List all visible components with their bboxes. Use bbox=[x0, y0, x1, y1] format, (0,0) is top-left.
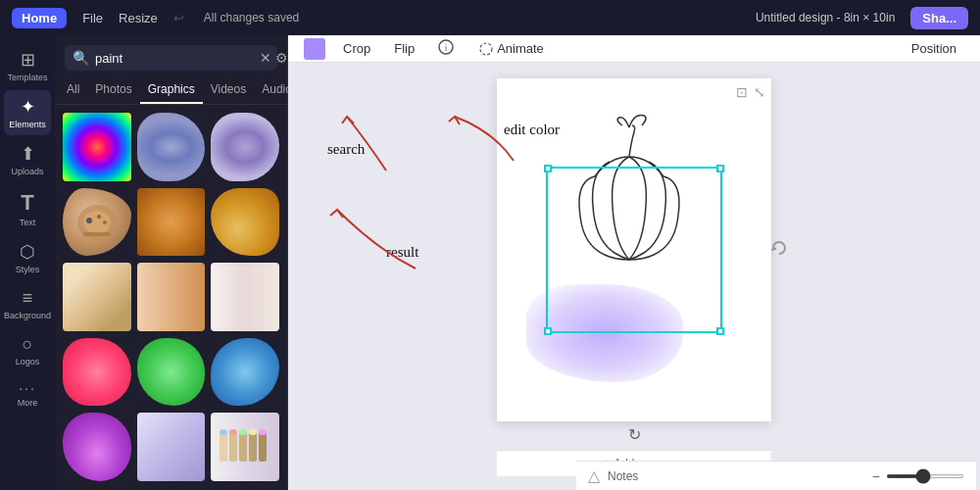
svg-rect-8 bbox=[239, 432, 247, 462]
list-item[interactable] bbox=[63, 188, 131, 257]
text-icon: T bbox=[21, 190, 33, 216]
position-button[interactable]: Position bbox=[904, 37, 964, 60]
list-item[interactable] bbox=[137, 338, 206, 407]
svg-text:i: i bbox=[445, 43, 447, 53]
left-sidebar: ⊞ Templates ✦ Elements ⬆ Uploads T Text … bbox=[0, 35, 55, 490]
arrow-search bbox=[337, 112, 435, 190]
sidebar-item-background-label: Background bbox=[4, 311, 51, 320]
notes-label: Notes bbox=[608, 469, 638, 483]
crop-button[interactable]: Crop bbox=[337, 37, 376, 60]
sidebar-item-templates-label: Templates bbox=[7, 73, 47, 82]
sidebar-item-styles-label: Styles bbox=[16, 265, 40, 274]
uploads-icon: ⬆ bbox=[21, 143, 35, 165]
elements-icon: ✦ bbox=[21, 96, 35, 118]
sidebar-item-templates[interactable]: ⊞ Templates bbox=[4, 43, 51, 88]
selection-corner-tl[interactable] bbox=[544, 165, 552, 172]
sidebar-item-background[interactable]: ≡ Background bbox=[4, 282, 51, 326]
sidebar-item-styles[interactable]: ⬡ Styles bbox=[4, 235, 51, 280]
list-item[interactable] bbox=[137, 188, 206, 257]
tab-graphics[interactable]: Graphics bbox=[140, 76, 203, 104]
sidebar-item-more[interactable]: ··· More bbox=[4, 374, 51, 414]
zoom-out-icon[interactable]: − bbox=[872, 468, 880, 484]
animate-label: Animate bbox=[497, 41, 544, 56]
search-bar: 🔍 ✕ ⚙ bbox=[65, 45, 277, 71]
sidebar-item-elements[interactable]: ✦ Elements bbox=[4, 90, 51, 135]
selection-corner-tr[interactable] bbox=[716, 165, 724, 172]
list-item[interactable] bbox=[211, 113, 279, 181]
list-item[interactable] bbox=[137, 263, 206, 331]
list-item[interactable] bbox=[137, 413, 206, 481]
selection-corner-br[interactable] bbox=[716, 327, 724, 335]
tab-videos[interactable]: Videos bbox=[203, 76, 254, 104]
refresh-icon[interactable]: ↻ bbox=[628, 425, 641, 444]
search-icon: 🔍 bbox=[73, 50, 89, 66]
clear-search-icon[interactable]: ✕ bbox=[260, 50, 271, 66]
info-icon: i bbox=[438, 39, 454, 55]
sidebar-item-elements-label: Elements bbox=[9, 120, 46, 129]
svg-point-2 bbox=[86, 218, 92, 223]
elements-panel: 🔍 ✕ ⚙ All Photos Graphics Videos Audio bbox=[55, 35, 288, 490]
design-title: Untitled design - 8in × 10in bbox=[756, 11, 895, 24]
svg-point-13 bbox=[239, 429, 247, 435]
saved-status: All changes saved bbox=[204, 11, 299, 24]
undo-button[interactable]: ↩ bbox=[173, 11, 184, 25]
list-item[interactable] bbox=[63, 338, 131, 407]
sidebar-item-logos-label: Logos bbox=[16, 357, 40, 367]
tab-photos[interactable]: Photos bbox=[87, 76, 139, 104]
selection-box bbox=[546, 167, 722, 333]
canvas: ⊡ ⤡ bbox=[497, 78, 771, 421]
main-layout: ⊞ Templates ✦ Elements ⬆ Uploads T Text … bbox=[0, 35, 980, 490]
flip-button[interactable]: Flip bbox=[388, 37, 420, 60]
svg-point-15 bbox=[259, 429, 267, 435]
resize-button[interactable]: Resize bbox=[119, 11, 158, 25]
canvas-copy-icon[interactable]: ⊡ bbox=[736, 84, 748, 100]
animate-button[interactable]: Animate bbox=[471, 37, 552, 60]
sidebar-item-more-label: More bbox=[18, 398, 38, 408]
canvas-expand-icon[interactable]: ⤡ bbox=[754, 84, 765, 100]
list-item[interactable] bbox=[63, 113, 131, 181]
list-item[interactable] bbox=[63, 413, 131, 481]
sidebar-item-text[interactable]: T Text bbox=[4, 184, 51, 233]
topbar: Home File Resize ↩ All changes saved Unt… bbox=[0, 0, 980, 35]
list-item[interactable] bbox=[211, 338, 279, 407]
svg-rect-9 bbox=[249, 432, 257, 462]
sidebar-item-uploads[interactable]: ⬆ Uploads bbox=[4, 137, 51, 182]
file-button[interactable]: File bbox=[82, 11, 103, 25]
tab-all[interactable]: All bbox=[59, 76, 87, 104]
svg-point-18 bbox=[480, 43, 492, 55]
list-item[interactable] bbox=[211, 188, 279, 257]
search-input[interactable] bbox=[95, 51, 260, 66]
svg-rect-10 bbox=[259, 432, 267, 462]
list-item[interactable] bbox=[211, 263, 279, 331]
logos-icon: ○ bbox=[23, 334, 33, 355]
selection-corner-bl[interactable] bbox=[544, 327, 552, 335]
notes-expand-icon[interactable]: △ bbox=[588, 466, 600, 485]
home-button[interactable]: Home bbox=[12, 8, 67, 28]
list-item[interactable] bbox=[63, 263, 131, 331]
zoom-slider[interactable] bbox=[886, 474, 964, 478]
svg-rect-5 bbox=[83, 232, 111, 236]
arrow-result bbox=[318, 200, 445, 278]
styles-icon: ⬡ bbox=[20, 241, 35, 263]
sidebar-item-uploads-label: Uploads bbox=[11, 167, 43, 176]
annotation-search: search bbox=[327, 141, 365, 158]
canvas-area: ⊡ ⤡ bbox=[288, 63, 980, 490]
notes-right: − bbox=[872, 468, 964, 484]
list-item[interactable] bbox=[211, 413, 279, 481]
secondary-toolbar: Crop Flip i Animate Position bbox=[288, 35, 980, 63]
svg-point-14 bbox=[249, 429, 257, 435]
sidebar-item-text-label: Text bbox=[20, 218, 36, 227]
info-button[interactable]: i bbox=[432, 35, 460, 62]
svg-rect-6 bbox=[220, 432, 227, 462]
panel-tabs: All Photos Graphics Videos Audio bbox=[55, 76, 287, 105]
rotate-handle[interactable] bbox=[769, 238, 789, 262]
svg-point-4 bbox=[103, 220, 107, 224]
svg-point-3 bbox=[97, 215, 101, 219]
sidebar-item-logos[interactable]: ○ Logos bbox=[4, 328, 51, 372]
filter-icon[interactable]: ⚙ bbox=[275, 50, 288, 66]
list-item[interactable] bbox=[137, 113, 206, 181]
color-swatch[interactable] bbox=[304, 38, 325, 60]
notes-bar: △ Notes − bbox=[576, 461, 976, 490]
share-button[interactable]: Sha... bbox=[910, 7, 968, 29]
animate-icon bbox=[479, 42, 493, 56]
